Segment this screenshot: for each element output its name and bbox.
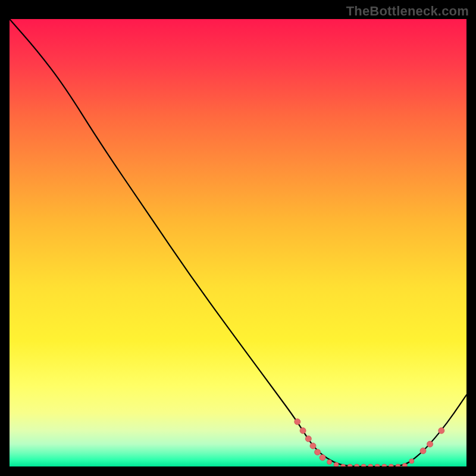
data-marker xyxy=(368,464,373,466)
data-marker xyxy=(361,464,366,466)
data-marker xyxy=(295,419,300,425)
marker-group xyxy=(295,419,444,466)
data-marker xyxy=(315,449,321,455)
plot-area xyxy=(10,19,466,466)
data-marker xyxy=(409,459,414,464)
data-marker xyxy=(347,464,352,466)
data-marker xyxy=(320,455,325,461)
data-marker xyxy=(427,441,433,447)
data-marker xyxy=(375,464,380,466)
data-marker xyxy=(300,428,306,434)
data-marker xyxy=(402,464,407,467)
data-marker xyxy=(389,464,393,466)
data-marker xyxy=(396,464,400,466)
data-marker xyxy=(355,464,359,466)
watermark-text: TheBottleneck.com xyxy=(346,4,469,19)
data-marker xyxy=(327,460,332,465)
bottleneck-curve xyxy=(10,19,466,466)
data-marker xyxy=(439,428,444,434)
data-marker xyxy=(334,462,339,466)
data-marker xyxy=(420,448,426,454)
data-marker xyxy=(305,436,311,441)
data-marker xyxy=(310,443,316,449)
data-marker xyxy=(382,464,387,466)
chart-frame: TheBottleneck.com xyxy=(0,0,476,476)
curve-layer xyxy=(10,19,466,466)
